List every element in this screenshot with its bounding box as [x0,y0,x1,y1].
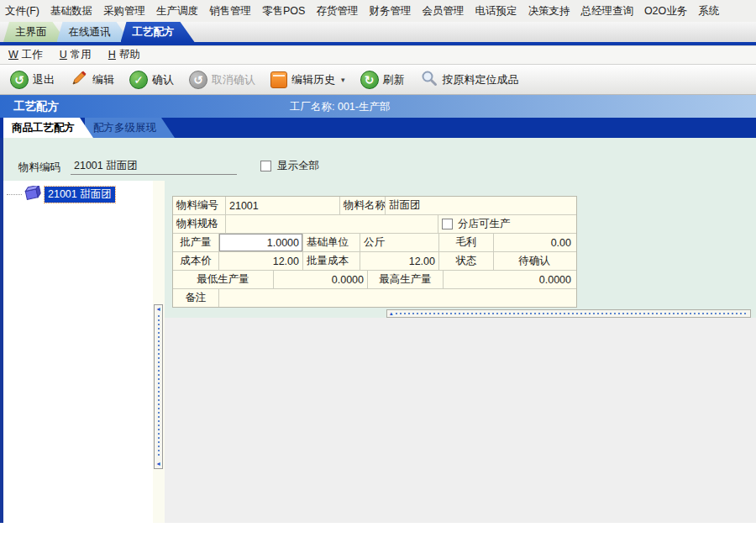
vertical-splitter[interactable]: ◂ ◂ [154,304,163,469]
show-all-checkbox[interactable] [260,161,271,171]
menu-common-shortcut: U [60,49,67,61]
window-tab-main-label: 主界面 [15,25,47,40]
batch-qty-input[interactable]: 1.0000 [219,234,303,251]
window-tab-strip: 主界面 在线通讯 工艺配方 [0,22,756,42]
tab-multilevel-view[interactable]: 配方多级展现 [85,118,175,138]
table-row: 备注 [173,289,576,307]
menu-work-shortcut: W [8,49,18,61]
vertical-splitter-column: ◂ ◂ [153,181,165,523]
menu-item-basedata[interactable]: 基础数据 [50,4,92,18]
package-icon [23,186,41,203]
menu-item-phone-booking[interactable]: 电话预定 [475,4,517,18]
secondary-menu-bar: W工作 U常用 H帮助 [0,45,756,65]
status-label: 状态 [439,252,494,270]
edit-history-label: 编辑历史 [291,72,335,87]
max-qty-value: 0.0000 [444,271,575,288]
cancel-confirm-button: ↺ 取消确认 [186,69,259,91]
magnifier-icon [420,69,438,90]
spec-label: 物料规格 [173,215,226,233]
menu-item-decision[interactable]: 决策支持 [528,4,570,18]
menu-work[interactable]: W工作 [8,48,43,62]
menu-item-member[interactable]: 会员管理 [422,4,464,18]
horizontal-splitter[interactable]: ▴ [386,309,751,318]
min-qty-label: 最低生产量 [173,271,274,288]
window-tab-online[interactable]: 在线通讯 [57,22,131,42]
exit-icon: ↺ [10,71,29,89]
cost-price-value: 12.00 [219,252,303,270]
menu-common[interactable]: U常用 [60,48,92,62]
material-name-value: 甜面团 [386,197,575,214]
table-row: 物料编号 21001 物料名称 甜面团 [173,197,576,215]
material-tree-panel: 21001 甜面团 [3,181,153,523]
tab-product-recipe-label: 商品工艺配方 [12,121,75,135]
batch-cost-label: 批量成本 [303,252,360,270]
menu-item-inventory[interactable]: 存货管理 [316,4,358,18]
menu-work-label: 工作 [22,49,43,61]
refresh-icon: ↻ [360,71,379,89]
cancel-confirm-icon: ↺ [189,71,207,89]
history-dropdown-icon[interactable]: ▾ [341,76,345,84]
module-title-bar: 工艺配方 工厂名称: 001-生产部 [0,95,756,118]
cancel-confirm-label: 取消确认 [212,72,255,87]
base-unit-label: 基础单位 [303,234,360,251]
menu-item-pos[interactable]: 零售POS [262,4,305,18]
show-all-option[interactable]: 显示全部 [260,159,319,173]
pencil-icon [70,69,88,90]
menu-item-file[interactable]: 文件(F) [5,4,39,18]
menu-common-label: 常用 [71,49,92,61]
material-name-label: 物料名称 [340,197,386,214]
edit-history-button[interactable]: 编辑历史 ▾ [267,70,349,90]
menu-item-system[interactable]: 系统 [698,4,719,18]
branch-producible-label: 分店可生产 [458,217,511,231]
menu-help[interactable]: H帮助 [108,48,140,62]
window-tab-recipe-label: 工艺配方 [133,25,175,40]
cost-price-label: 成本价 [173,252,219,270]
remark-label: 备注 [173,289,219,307]
menu-item-o2o[interactable]: O2O业务 [644,4,687,18]
edit-button[interactable]: 编辑 [66,67,118,92]
horizontal-splitter-grip[interactable] [396,313,748,314]
menu-item-gm-query[interactable]: 总经理查询 [580,4,633,18]
tab-product-recipe[interactable]: 商品工艺配方 [3,118,93,138]
table-row: 成本价 12.00 批量成本 12.00 状态 待确认 [173,252,576,271]
window-tab-main[interactable]: 主界面 [3,22,67,42]
tree-node-label: 21001 甜面团 [45,187,115,203]
splitter-left-arrow-icon[interactable]: ◂ [156,305,160,314]
window-tab-recipe[interactable]: 工艺配方 [121,22,195,42]
lower-grid-panel [165,318,756,523]
material-no-value: 21001 [226,197,340,214]
branch-producible-checkbox[interactable] [442,219,453,229]
gross-profit-value: 0.00 [494,234,575,251]
spec-value [226,215,438,233]
tree-connector-line [7,194,22,195]
min-qty-value: 0.0000 [274,271,368,288]
app-window: 文件(F) 基础数据 采购管理 生产调度 销售管理 零售POS 存货管理 财务管… [0,0,756,538]
table-row: 最低生产量 0.0000 最高生产量 0.0000 [173,271,576,289]
toolbar: ↺ 退出 编辑 ✓ 确认 ↺ 取消确认 编辑历史 ▾ ↻ 刷新 [0,65,756,95]
factory-name-label: 工厂名称: 001-生产部 [290,100,390,114]
edit-label: 编辑 [92,72,114,87]
refresh-button[interactable]: ↻ 刷新 [357,69,408,91]
remark-value[interactable] [219,289,575,307]
main-menu-bar: 文件(F) 基础数据 采购管理 生产调度 销售管理 零售POS 存货管理 财务管… [0,0,756,22]
batch-qty-label: 批产量 [173,234,219,251]
exit-button[interactable]: ↺ 退出 [7,69,58,91]
menu-item-production[interactable]: 生产调度 [156,4,198,18]
locate-by-material-button[interactable]: 按原料定位成品 [417,67,522,92]
confirm-button[interactable]: ✓ 确认 [126,69,177,91]
tree-node-21001[interactable]: 21001 甜面团 [7,186,153,203]
exit-label: 退出 [33,72,55,87]
splitter-up-arrow-icon[interactable]: ▴ [390,310,393,317]
menu-item-finance[interactable]: 财务管理 [369,4,411,18]
menu-item-purchase[interactable]: 采购管理 [103,4,145,18]
confirm-check-icon: ✓ [129,71,148,89]
refresh-label: 刷新 [383,72,405,87]
menu-item-sales[interactable]: 销售管理 [209,4,251,18]
content-area: 物料编码 21001 甜面团 显示全部 21001 甜面团 ◂ [0,138,756,523]
material-code-input[interactable]: 21001 甜面团 [71,155,237,175]
branch-producible-option[interactable]: 分店可生产 [438,215,575,233]
splitter-grip[interactable] [158,315,160,458]
splitter-left-arrow-icon[interactable]: ◂ [156,460,160,468]
max-qty-label: 最高生产量 [368,271,444,288]
window-tab-online-label: 在线通讯 [69,25,111,40]
